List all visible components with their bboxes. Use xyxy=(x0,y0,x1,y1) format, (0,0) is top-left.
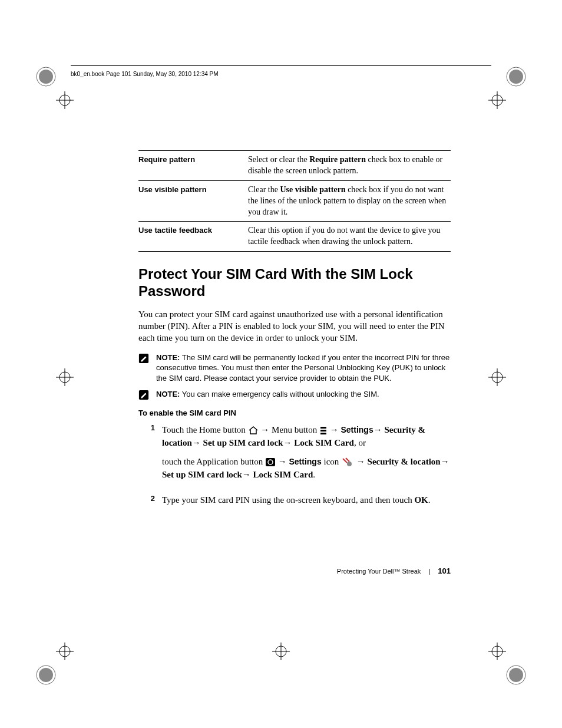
procedure-heading: To enable the SIM card PIN xyxy=(138,409,451,417)
intro-paragraph: You can protect your SIM card against un… xyxy=(138,308,451,344)
table-row: Use tactile feedback Clear this option i… xyxy=(138,222,451,252)
svg-point-3 xyxy=(509,70,523,84)
reg-mark-icon xyxy=(488,643,506,660)
header-rule xyxy=(71,65,491,66)
step-1: 1 Touch the Home button → Menu button → … xyxy=(138,423,451,487)
option-label: Use visible pattern xyxy=(138,180,248,222)
note-text: NOTE: You can make emergency calls witho… xyxy=(156,389,451,400)
options-table: Require pattern Select or clear the Requ… xyxy=(138,150,451,252)
apps-icon xyxy=(265,457,276,467)
note-pencil-icon xyxy=(138,390,149,400)
corner-ornament-tr xyxy=(504,65,528,88)
page-content: Require pattern Select or clear the Requ… xyxy=(138,150,451,519)
option-desc: Select or clear the Require pattern chec… xyxy=(248,151,451,181)
option-desc: Clear the Use visible pattern check box … xyxy=(248,180,451,222)
reg-mark-icon xyxy=(56,643,74,660)
svg-rect-34 xyxy=(266,458,275,466)
settings-tool-icon xyxy=(341,457,354,467)
table-row: Use visible pattern Clear the Use visibl… xyxy=(138,180,451,222)
menu-icon xyxy=(319,426,328,435)
note-block: NOTE: You can make emergency calls witho… xyxy=(138,389,451,400)
svg-point-5 xyxy=(39,668,53,682)
reg-mark-icon xyxy=(56,368,74,386)
running-header: bk0_en.book Page 101 Sunday, May 30, 201… xyxy=(71,71,219,77)
corner-ornament-br xyxy=(504,663,528,687)
option-desc: Clear this option if you do not want the… xyxy=(248,222,451,252)
note-block: NOTE: The SIM card will be permanently l… xyxy=(138,353,451,384)
step-body: Type your SIM card PIN using the on-scre… xyxy=(162,494,451,512)
home-icon xyxy=(248,426,259,435)
reg-mark-icon xyxy=(488,91,506,109)
svg-rect-31 xyxy=(320,427,326,429)
step-2: 2 Type your SIM card PIN using the on-sc… xyxy=(138,494,451,512)
reg-mark-icon xyxy=(272,643,290,660)
svg-point-1 xyxy=(39,70,53,84)
table-row: Require pattern Select or clear the Requ… xyxy=(138,151,451,181)
note-text: NOTE: The SIM card will be permanently l… xyxy=(156,353,451,384)
corner-ornament-bl xyxy=(34,663,58,687)
step-number: 2 xyxy=(138,494,162,512)
svg-point-7 xyxy=(509,668,523,682)
option-label: Require pattern xyxy=(138,151,248,181)
option-label: Use tactile feedback xyxy=(138,222,248,252)
page-footer: Protecting Your Dell™ Streak | 101 xyxy=(138,566,451,575)
corner-ornament-tl xyxy=(34,65,58,88)
page-number: 101 xyxy=(438,566,451,575)
section-heading: Protect Your SIM Card With the SIM Lock … xyxy=(138,266,451,300)
svg-rect-32 xyxy=(320,430,326,431)
note-pencil-icon xyxy=(138,353,149,364)
reg-mark-icon xyxy=(488,368,506,386)
reg-mark-icon xyxy=(56,91,74,109)
svg-rect-33 xyxy=(320,433,326,434)
svg-point-36 xyxy=(347,462,352,466)
step-body: Touch the Home button → Menu button → Se… xyxy=(162,423,451,487)
step-number: 1 xyxy=(138,423,162,487)
footer-title: Protecting Your Dell™ Streak xyxy=(337,568,421,575)
